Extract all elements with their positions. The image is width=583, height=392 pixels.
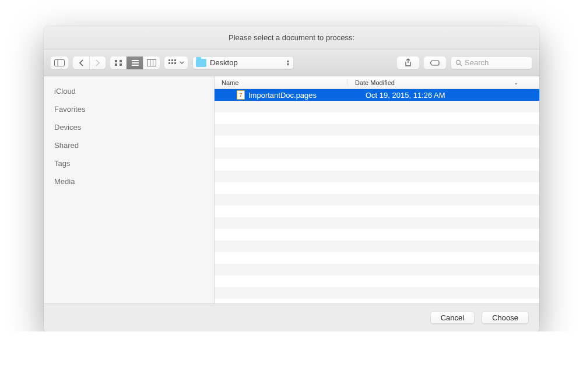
choose-button[interactable]: Choose <box>482 312 529 324</box>
sidebar-item-shared[interactable]: Shared <box>44 136 214 154</box>
cancel-label: Cancel <box>441 313 464 322</box>
svg-rect-16 <box>171 62 173 64</box>
choose-label: Choose <box>492 313 518 322</box>
svg-rect-9 <box>147 59 156 66</box>
file-row-empty <box>215 206 539 217</box>
file-list[interactable]: 7 ImportantDoc.pages Oct 19, 2015, 11:26… <box>215 89 539 303</box>
toolbar: Desktop ▲▼ <box>44 50 539 76</box>
sidebar-item-label: Media <box>54 177 75 186</box>
column-name-label: Name <box>222 79 238 86</box>
cancel-button[interactable]: Cancel <box>430 312 475 324</box>
sidebar: iCloud Favorites Devices Shared Tags Med… <box>44 76 215 303</box>
sidebar-item-icloud[interactable]: iCloud <box>44 82 214 100</box>
column-header: Name Date Modified ⌄ <box>215 76 539 89</box>
pages-file-icon: 7 <box>237 90 245 100</box>
svg-point-18 <box>456 60 461 64</box>
file-row-empty <box>215 264 539 276</box>
sidebar-icon <box>54 59 65 66</box>
list-view-button[interactable] <box>127 56 143 69</box>
svg-line-19 <box>460 64 462 66</box>
svg-rect-3 <box>120 60 122 62</box>
svg-rect-2 <box>115 60 117 62</box>
sidebar-toggle-button[interactable] <box>51 56 68 69</box>
search-placeholder: Search <box>465 58 489 67</box>
svg-rect-14 <box>174 59 176 61</box>
svg-rect-8 <box>132 65 139 66</box>
column-name[interactable]: Name <box>215 79 348 86</box>
file-row-empty <box>215 287 539 299</box>
chevron-down-icon <box>180 61 184 65</box>
share-group <box>397 56 419 69</box>
file-area: Name Date Modified ⌄ 7 ImportantDoc.page… <box>215 76 539 303</box>
arrange-group <box>164 56 188 69</box>
list-icon <box>131 59 139 66</box>
file-date: Oct 19, 2015, 11:26 AM <box>366 91 445 100</box>
search-field[interactable]: Search <box>451 56 532 69</box>
chevron-right-icon <box>95 59 100 66</box>
svg-rect-12 <box>168 59 170 61</box>
tags-group <box>424 56 446 69</box>
dialog-title: Please select a document to process: <box>229 33 354 42</box>
file-row-empty <box>215 241 539 252</box>
chevron-down-icon: ⌄ <box>514 79 518 86</box>
file-name: ImportantDoc.pages <box>248 91 317 100</box>
file-row-empty <box>215 112 539 124</box>
columns-icon <box>147 59 156 66</box>
tag-icon <box>430 59 440 66</box>
dialog-title-bar: Please select a document to process: <box>44 26 539 50</box>
sidebar-item-media[interactable]: Media <box>44 172 214 190</box>
sidebar-item-label: Shared <box>54 141 79 150</box>
content-area: iCloud Favorites Devices Shared Tags Med… <box>44 76 539 303</box>
arrange-button[interactable] <box>164 56 188 69</box>
file-row-empty <box>215 101 539 112</box>
open-dialog: Please select a document to process: <box>44 26 539 331</box>
footer: Cancel Choose <box>44 303 539 331</box>
sidebar-item-favorites[interactable]: Favorites <box>44 100 214 118</box>
grid-icon <box>114 59 122 66</box>
arrange-icon <box>168 59 178 66</box>
back-button[interactable] <box>73 56 89 69</box>
sidebar-item-label: iCloud <box>54 87 76 96</box>
column-view-button[interactable] <box>143 56 160 69</box>
folder-icon <box>196 59 206 67</box>
file-row-empty <box>215 276 539 287</box>
svg-rect-17 <box>174 62 176 64</box>
share-icon <box>405 58 412 67</box>
file-row-empty <box>215 252 539 264</box>
location-label: Desktop <box>210 58 238 67</box>
column-date-modified[interactable]: Date Modified ⌄ <box>348 79 529 86</box>
svg-rect-5 <box>120 63 122 66</box>
sidebar-item-devices[interactable]: Devices <box>44 118 214 136</box>
column-date-label: Date Modified <box>355 79 395 86</box>
file-row-empty <box>215 217 539 229</box>
svg-rect-15 <box>168 62 170 64</box>
file-row-empty <box>215 194 539 206</box>
sidebar-toggle-group <box>51 56 68 69</box>
search-icon <box>455 59 462 66</box>
chevron-left-icon <box>79 59 84 66</box>
svg-rect-13 <box>171 59 173 61</box>
svg-rect-0 <box>55 59 65 66</box>
sidebar-item-label: Tags <box>54 159 70 168</box>
icon-view-button[interactable] <box>110 56 127 69</box>
share-button[interactable] <box>397 56 419 69</box>
file-row-empty <box>215 229 539 241</box>
updown-icon: ▲▼ <box>286 59 290 66</box>
svg-rect-4 <box>115 63 117 66</box>
sidebar-item-label: Favorites <box>54 105 85 114</box>
view-mode-group <box>110 56 160 69</box>
nav-group <box>73 56 106 69</box>
tags-button[interactable] <box>424 56 446 69</box>
sidebar-item-label: Devices <box>54 123 81 132</box>
file-row-empty <box>215 136 539 147</box>
file-row-empty <box>215 171 539 182</box>
svg-rect-6 <box>132 60 139 61</box>
file-row-empty <box>215 124 539 136</box>
file-row-empty <box>215 182 539 194</box>
forward-button[interactable] <box>89 56 106 69</box>
file-row[interactable]: 7 ImportantDoc.pages Oct 19, 2015, 11:26… <box>215 89 539 101</box>
location-popup[interactable]: Desktop ▲▼ <box>192 56 294 69</box>
svg-rect-7 <box>132 62 139 63</box>
sidebar-item-tags[interactable]: Tags <box>44 154 214 172</box>
file-row-empty <box>215 159 539 171</box>
